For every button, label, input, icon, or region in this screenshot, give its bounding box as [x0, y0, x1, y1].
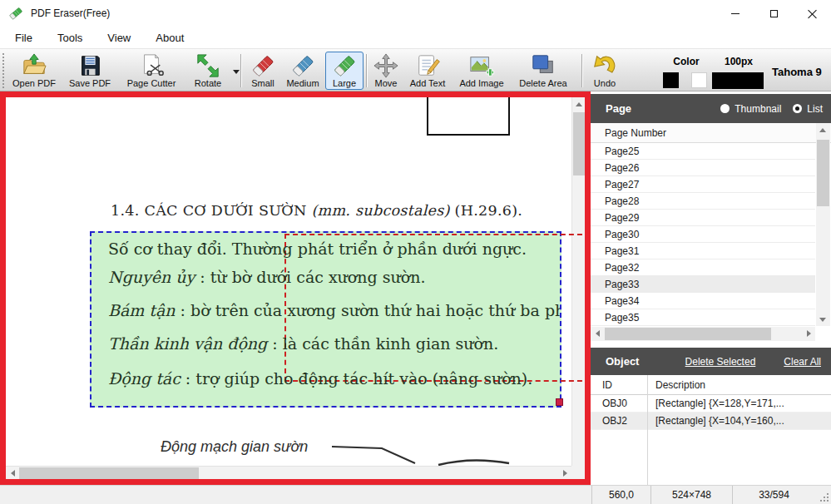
save-pdf-label: Save PDF: [69, 78, 111, 88]
rotate-button[interactable]: Rotate: [186, 52, 230, 90]
eraser-small-icon: [250, 53, 275, 78]
scroll-left-arrow[interactable]: [591, 327, 604, 340]
menu-file[interactable]: File: [5, 28, 42, 47]
toolbar-separator: [581, 54, 582, 87]
object-description: [Rectangle] {X=104,Y=160,...: [647, 413, 784, 429]
eraser-large-button[interactable]: Large: [325, 52, 364, 90]
scroll-down-arrow[interactable]: [816, 313, 829, 326]
move-icon: [373, 53, 398, 78]
eraser-medium-button[interactable]: Medium: [281, 52, 324, 90]
vertical-scroll-thumb[interactable]: [573, 112, 585, 175]
canvas-horizontal-scrollbar[interactable]: [6, 466, 571, 479]
object-panel-header: Object Delete Selected Clear All: [591, 348, 831, 375]
list-radio[interactable]: List: [793, 103, 823, 115]
page-list-item-selected[interactable]: Page33: [591, 276, 815, 293]
menu-tools[interactable]: Tools: [47, 28, 92, 47]
scroll-right-arrow[interactable]: [558, 467, 571, 479]
pdf-text-line: Bám tận : bờ trên của xương sườn thứ hai…: [108, 301, 561, 319]
maximize-button[interactable]: [754, 0, 793, 27]
app-eraser-icon: [8, 6, 23, 21]
eraser-size-bar[interactable]: [712, 72, 764, 89]
pdf-figure: Động mạch gian sườn: [6, 428, 571, 468]
object-description: [Rectangle] {X=128,Y=171,...: [647, 395, 784, 412]
resize-grip[interactable]: [820, 493, 829, 502]
page-list-item[interactable]: Page25: [591, 143, 815, 160]
add-image-label: Add Image: [459, 78, 503, 88]
page-list-item[interactable]: Page31: [591, 243, 815, 259]
side-panel: Page Thumbnail List Page Number Page25 P…: [591, 91, 831, 485]
page-list-item[interactable]: Page35: [591, 309, 815, 326]
add-image-button[interactable]: Add Image: [453, 52, 510, 90]
drawn-rectangle-object[interactable]: [427, 97, 510, 136]
eraser-medium-label: Medium: [286, 78, 319, 88]
page-list-item[interactable]: Page30: [591, 226, 815, 243]
delete-area-button[interactable]: Delete Area: [512, 52, 574, 90]
delete-selected-link[interactable]: Delete Selected: [685, 356, 756, 368]
font-selector[interactable]: Tahoma 9: [772, 66, 822, 78]
open-pdf-button[interactable]: Open PDF: [7, 52, 62, 90]
rotate-dropdown-caret[interactable]: [233, 70, 240, 74]
clear-all-link[interactable]: Clear All: [784, 356, 821, 368]
canvas-frame: 1.4. CÁC CƠ DƯỚI SƯỜN (mm. subcostales) …: [0, 91, 591, 485]
page-list-horizontal-scrollbar[interactable]: [591, 327, 815, 341]
eraser-large-icon: [332, 53, 357, 78]
scroll-right-arrow[interactable]: [802, 327, 815, 340]
eraser-small-label: Small: [251, 78, 275, 88]
page-list-item[interactable]: Page27: [591, 176, 815, 193]
object-description-column-header[interactable]: Description: [647, 375, 705, 394]
page-list-item[interactable]: Page28: [591, 193, 815, 210]
object-id-column-header[interactable]: ID: [591, 375, 647, 394]
page-list-item[interactable]: Page26: [591, 160, 815, 176]
minimize-button[interactable]: [716, 0, 754, 27]
undo-label: Undo: [594, 78, 616, 88]
horizontal-scroll-thumb[interactable]: [605, 328, 771, 340]
thumbnail-radio[interactable]: Thumbnail: [720, 103, 781, 115]
vertical-scroll-thumb[interactable]: [817, 140, 829, 206]
save-pdf-button[interactable]: Save PDF: [64, 52, 116, 90]
page-panel-title: Page: [606, 102, 631, 115]
menu-bar: File Tools View About: [0, 27, 831, 48]
scroll-up-arrow[interactable]: [816, 123, 829, 136]
selection-resize-handle[interactable]: [556, 398, 563, 406]
close-button[interactable]: [793, 0, 831, 27]
page-panel-header: Page Thumbnail List: [591, 94, 831, 123]
open-pdf-icon: [22, 53, 47, 78]
figure-caption: Động mạch gian sườn: [161, 438, 308, 456]
delete-area-icon: [531, 53, 556, 78]
object-row[interactable]: OBJ0 [Rectangle] {X=128,Y=171,...: [591, 395, 831, 413]
toolbar-separator: [240, 54, 241, 87]
add-text-icon: [415, 53, 440, 78]
page-list-item[interactable]: Page34: [591, 293, 815, 309]
page-cutter-button[interactable]: Page Cutter: [118, 52, 185, 90]
undo-button[interactable]: Undo: [586, 52, 624, 90]
page-list-item[interactable]: Page32: [591, 259, 815, 276]
scroll-left-arrow[interactable]: [6, 467, 19, 479]
object-row-selected[interactable]: OBJ2 [Rectangle] {X=104,Y=160,...: [591, 413, 831, 430]
thumbnail-radio-circle: [720, 104, 730, 113]
secondary-color-swatch[interactable]: [691, 72, 707, 88]
page-list-vertical-scrollbar[interactable]: [816, 123, 830, 326]
column-separator: [647, 375, 648, 485]
delete-area-label: Delete Area: [519, 78, 566, 88]
menu-about[interactable]: About: [146, 28, 194, 47]
cursor-position-status: 560,0: [591, 486, 650, 504]
rotate-icon: [195, 53, 220, 78]
scroll-up-arrow[interactable]: [572, 97, 585, 111]
page-list-column-header[interactable]: Page Number: [591, 123, 831, 143]
horizontal-scroll-thumb[interactable]: [19, 467, 199, 479]
move-button[interactable]: Move: [369, 52, 403, 90]
object-id: OBJ0: [591, 395, 647, 412]
add-text-label: Add Text: [410, 78, 446, 88]
status-bar: 560,0 524×748 33/594: [0, 485, 831, 504]
page-list: Page Number Page25 Page26 Page27 Page28 …: [591, 123, 831, 343]
pdf-page-canvas[interactable]: 1.4. CÁC CƠ DƯỚI SƯỜN (mm. subcostales) …: [6, 97, 585, 479]
list-radio-label: List: [807, 103, 823, 115]
eraser-small-button[interactable]: Small: [245, 52, 281, 90]
object-id: OBJ2: [591, 413, 647, 429]
primary-color-swatch[interactable]: [663, 72, 679, 88]
menu-view[interactable]: View: [97, 28, 141, 47]
pdf-text-line: Động tác : trợ giúp cho động tác hít vào…: [108, 369, 532, 388]
page-list-item[interactable]: Page29: [591, 210, 815, 226]
minimize-icon: [731, 13, 739, 14]
add-text-button[interactable]: Add Text: [404, 52, 451, 90]
